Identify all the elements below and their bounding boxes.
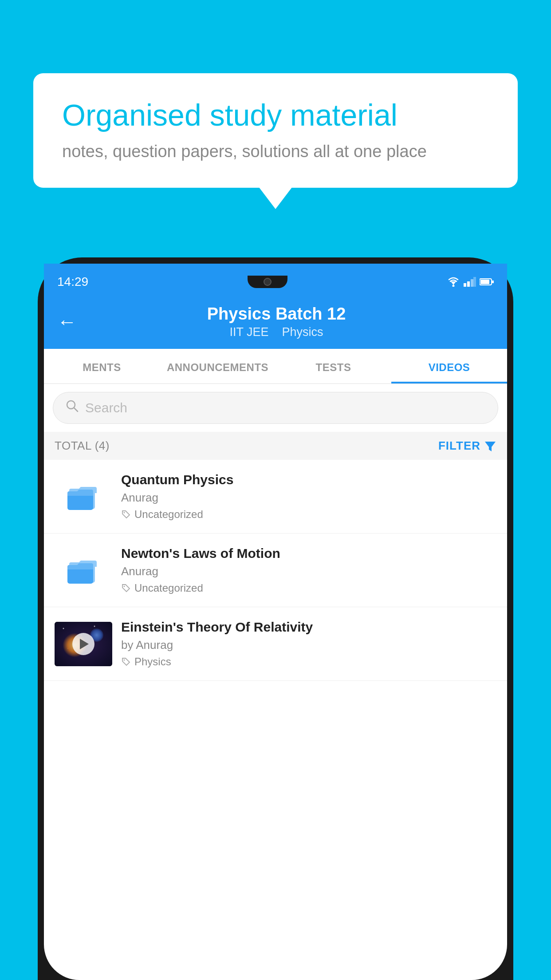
svg-rect-8 xyxy=(492,281,494,283)
status-icons xyxy=(447,277,494,287)
svg-rect-2 xyxy=(464,283,466,287)
video-info: Newton's Laws of Motion Anurag Uncategor… xyxy=(121,546,496,594)
speech-bubble: Organised study material notes, question… xyxy=(33,73,518,188)
subtitle-iitjee: IIT JEE xyxy=(229,325,268,339)
svg-point-18 xyxy=(124,660,125,661)
svg-rect-5 xyxy=(473,277,476,287)
tab-videos[interactable]: VIDEOS xyxy=(391,349,507,383)
video-tag: Uncategorized xyxy=(121,508,496,521)
wifi-icon xyxy=(447,277,460,287)
search-bar[interactable]: Search xyxy=(53,392,498,424)
tag-label: Physics xyxy=(134,656,171,668)
tag-icon xyxy=(121,510,131,519)
folder-icon-wrapper xyxy=(55,548,112,593)
subtext: notes, question papers, solutions all at… xyxy=(62,142,489,161)
search-container: Search xyxy=(44,384,507,432)
folder-icon xyxy=(66,553,101,588)
search-placeholder: Search xyxy=(85,400,127,415)
filter-label: FILTER xyxy=(438,439,480,453)
time-display: 14:29 xyxy=(57,275,88,289)
folder-icon-wrapper xyxy=(55,474,112,519)
headline: Organised study material xyxy=(62,98,489,132)
search-icon xyxy=(66,399,79,416)
back-button[interactable]: ← xyxy=(57,311,77,333)
tag-label: Uncategorized xyxy=(134,582,203,594)
video-author: by Anurag xyxy=(121,638,496,652)
svg-line-10 xyxy=(74,408,78,411)
folder-icon xyxy=(66,479,101,514)
svg-marker-11 xyxy=(485,442,496,451)
video-tag: Uncategorized xyxy=(121,582,496,594)
tab-announcements[interactable]: ANNOUNCEMENTS xyxy=(160,349,276,383)
phone-device: 14:29 xyxy=(38,257,513,980)
tabs-row: MENTS ANNOUNCEMENTS TESTS VIDEOS xyxy=(44,349,507,384)
filter-button[interactable]: FILTER xyxy=(438,439,496,453)
tag-icon xyxy=(121,657,131,667)
header-title-group: Physics Batch 12 IIT JEE Physics xyxy=(86,304,467,339)
batch-subtitle: IIT JEE Physics xyxy=(86,325,467,339)
svg-marker-0 xyxy=(451,281,456,285)
app-header: ← Physics Batch 12 IIT JEE Physics xyxy=(44,295,507,349)
tab-tests[interactable]: TESTS xyxy=(276,349,391,383)
filter-row: TOTAL (4) FILTER xyxy=(44,432,507,460)
play-button[interactable] xyxy=(72,633,94,655)
video-thumbnail xyxy=(55,622,112,666)
svg-rect-3 xyxy=(467,281,470,287)
speech-bubble-container: Organised study material notes, question… xyxy=(33,73,518,188)
video-author: Anurag xyxy=(121,565,496,578)
video-tag: Physics xyxy=(121,656,496,668)
list-item[interactable]: Quantum Physics Anurag Uncategorized xyxy=(44,460,507,533)
signal-icon xyxy=(464,277,476,287)
tab-ments[interactable]: MENTS xyxy=(44,349,160,383)
video-title: Einstein's Theory Of Relativity xyxy=(121,620,496,635)
svg-point-1 xyxy=(452,285,454,287)
phone-screen: ← Physics Batch 12 IIT JEE Physics MENTS… xyxy=(44,295,507,980)
status-bar: 14:29 xyxy=(44,264,507,295)
list-item[interactable]: Newton's Laws of Motion Anurag Uncategor… xyxy=(44,533,507,607)
tag-icon xyxy=(121,583,131,593)
svg-point-17 xyxy=(124,586,125,587)
video-info: Quantum Physics Anurag Uncategorized xyxy=(121,472,496,521)
svg-point-14 xyxy=(124,512,125,514)
list-item[interactable]: Einstein's Theory Of Relativity by Anura… xyxy=(44,607,507,681)
video-title: Newton's Laws of Motion xyxy=(121,546,496,561)
video-author: Anurag xyxy=(121,491,496,505)
subtitle-physics: Physics xyxy=(282,325,323,339)
phone-notch xyxy=(248,276,287,288)
svg-rect-7 xyxy=(480,280,489,284)
total-count: TOTAL (4) xyxy=(55,439,110,453)
video-title: Quantum Physics xyxy=(121,472,496,487)
batch-title: Physics Batch 12 xyxy=(86,304,467,324)
battery-icon xyxy=(480,278,494,286)
tag-label: Uncategorized xyxy=(134,508,203,521)
video-list: Quantum Physics Anurag Uncategorized xyxy=(44,460,507,681)
video-info: Einstein's Theory Of Relativity by Anura… xyxy=(121,620,496,668)
camera-dot xyxy=(264,278,272,286)
svg-rect-4 xyxy=(471,279,473,287)
filter-funnel-icon xyxy=(484,440,496,452)
